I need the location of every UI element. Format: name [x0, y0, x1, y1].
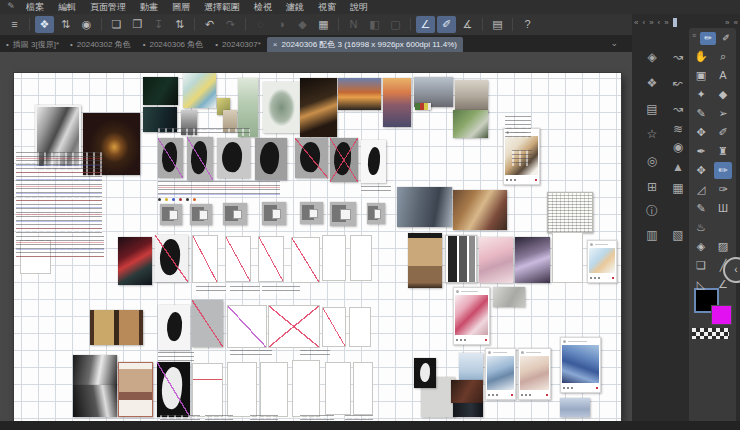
sepia-portrait-pair[interactable]: [118, 362, 153, 417]
silhouette-card-large[interactable]: [155, 235, 188, 282]
renaissance-painting-photo[interactable]: [453, 190, 507, 230]
current-sub-tool[interactable]: ✐: [718, 32, 734, 45]
gray-card-diagonal[interactable]: [192, 300, 223, 347]
information-icon[interactable]: ⓘ: [642, 203, 662, 220]
tab-close-icon[interactable]: ×: [273, 40, 278, 49]
current-tool-pen[interactable]: ✏: [700, 32, 716, 45]
layer-palette-icon[interactable]: ◈: [642, 50, 662, 64]
menu-item-8[interactable]: 視窗: [311, 0, 343, 14]
gradient-tool[interactable]: ▨: [714, 238, 732, 255]
flower-market-photo[interactable]: [453, 110, 488, 138]
mirror-scene-photo[interactable]: [408, 233, 442, 288]
dock-chevron-1[interactable]: ‹: [640, 18, 647, 27]
curve-edit-icon[interactable]: ↜: [668, 76, 688, 90]
oval-vignette-illustration[interactable]: [263, 82, 300, 133]
blue-manga-cover-post[interactable]: [587, 240, 617, 283]
black-thumb-figure[interactable]: [414, 358, 436, 388]
layout-sketch-8[interactable]: [349, 307, 371, 347]
value-thumb-5[interactable]: [300, 202, 323, 224]
value-thumb-2[interactable]: [190, 204, 212, 225]
pink-pair-illustration[interactable]: [479, 237, 513, 283]
layout-sketch-7[interactable]: [322, 307, 346, 347]
dock-drag-handle[interactable]: [673, 18, 677, 27]
manga-page[interactable]: [445, 235, 477, 283]
figure-study-card-4[interactable]: [255, 138, 287, 180]
page-manager-view-button[interactable]: ▤: [488, 16, 507, 33]
rain-window-illustration[interactable]: [459, 353, 483, 383]
red-glow-illustration[interactable]: [118, 237, 152, 285]
menu-item-7[interactable]: 濾鏡: [279, 0, 311, 14]
airbrush-tool[interactable]: ✎: [692, 105, 710, 122]
figure-study-card-3[interactable]: [217, 138, 250, 178]
operation-tool[interactable]: ▣: [692, 67, 710, 84]
bw-lineart-illustration[interactable]: [547, 192, 593, 233]
menu-item-0[interactable]: 檔案: [19, 0, 51, 14]
document-tab-0[interactable]: •插圖 3[復原]*: [0, 37, 64, 52]
value-thumb-4[interactable]: [262, 202, 286, 225]
timeline-icon[interactable]: ▦: [668, 181, 688, 195]
open-file-button[interactable]: ❒: [128, 16, 147, 33]
menu-item-4[interactable]: 圖層: [165, 0, 197, 14]
dock-chevron-7[interactable]: «: [732, 18, 740, 27]
layout-sketch-15[interactable]: [350, 235, 372, 281]
save-collapse-button[interactable]: ⇅: [170, 16, 189, 33]
pan-hand-tool[interactable]: ✋: [692, 48, 710, 65]
small-figure-sketch[interactable]: [361, 140, 386, 183]
tab-overflow-icon[interactable]: ⌄: [610, 38, 618, 48]
auto-select-tool[interactable]: ✦: [692, 86, 710, 103]
fill-bucket-tool[interactable]: ◈: [692, 238, 710, 255]
tone-palette-icon[interactable]: ▲: [668, 160, 688, 174]
menu-item-9[interactable]: 說明: [343, 0, 375, 14]
scale-rotate-button[interactable]: ▦: [314, 16, 333, 33]
bw-street-photo-1[interactable]: [73, 355, 117, 385]
material-palette-icon[interactable]: ☆: [642, 127, 662, 141]
dock-chevron-0[interactable]: «: [632, 18, 640, 27]
layout-sketch-5[interactable]: [227, 305, 267, 348]
snap-to-grid-button[interactable]: ∡: [458, 16, 477, 33]
european-street-photo[interactable]: [455, 80, 488, 113]
dock-chevron-3[interactable]: ‹: [656, 18, 663, 27]
brush-tool[interactable]: ✏: [714, 162, 732, 179]
history-palette-icon[interactable]: ▥: [642, 228, 662, 242]
layout-sketch-16[interactable]: [552, 232, 583, 283]
document-tab-3[interactable]: •20240307*: [209, 37, 267, 52]
snap-to-special-ruler-button[interactable]: ✐: [437, 16, 456, 33]
red-cross-layout-card[interactable]: [192, 363, 223, 417]
menu-item-5[interactable]: 選擇範圍: [197, 0, 247, 14]
grass-brush-tool[interactable]: Ш: [714, 200, 732, 217]
workspace-mode-button[interactable]: ❖: [35, 16, 54, 33]
lasso-tool[interactable]: ◿: [692, 181, 710, 198]
value-thumb-3[interactable]: [223, 203, 247, 225]
layout-sketch-3[interactable]: [258, 236, 284, 282]
beige-figures-post[interactable]: [518, 348, 551, 400]
object-select-tool[interactable]: ➢: [714, 105, 732, 122]
flame-brush-tool[interactable]: ♨: [692, 219, 710, 236]
color-set-icon[interactable]: ⊞: [642, 180, 662, 194]
item-bank-icon[interactable]: ▧: [668, 228, 688, 242]
night-sky-illustration-post[interactable]: [560, 337, 601, 393]
blue-city-illustration[interactable]: [560, 398, 590, 417]
navigator-icon[interactable]: ◉: [668, 140, 688, 154]
museum-paintings-pair[interactable]: [90, 310, 143, 345]
value-thumb-7[interactable]: [367, 203, 385, 224]
layout-sketch-4[interactable]: [291, 237, 320, 283]
value-thumb-6[interactable]: [330, 202, 356, 226]
menu-item-1[interactable]: 編輯: [51, 0, 83, 14]
dock-chevron-6[interactable]: »: [723, 18, 731, 27]
palette-menu-icon[interactable]: ≡: [692, 32, 696, 39]
crouching-figure-sketch[interactable]: [158, 305, 190, 350]
layer-search-icon[interactable]: ❖: [642, 76, 662, 90]
curve-settings-icon[interactable]: ↝: [668, 102, 688, 116]
dark-silhouette-card[interactable]: [157, 362, 190, 417]
sunset-tree-photo[interactable]: [338, 78, 381, 110]
layout-sketch-12[interactable]: [325, 362, 351, 415]
liner-pen-tool[interactable]: ✎: [692, 200, 710, 217]
document-tab-2[interactable]: •20240306 角色: [137, 37, 210, 52]
dark-library-illustration[interactable]: [451, 380, 483, 403]
curve-ruler-icon[interactable]: ↝: [668, 50, 688, 64]
beach-sunset-photo[interactable]: [383, 78, 411, 127]
collapse-toggle-button[interactable]: ⇅: [56, 16, 75, 33]
polygon-tool[interactable]: ◺: [692, 276, 710, 293]
sub-color-swatch[interactable]: [712, 306, 731, 324]
menu-item-3[interactable]: 動畫: [133, 0, 165, 14]
